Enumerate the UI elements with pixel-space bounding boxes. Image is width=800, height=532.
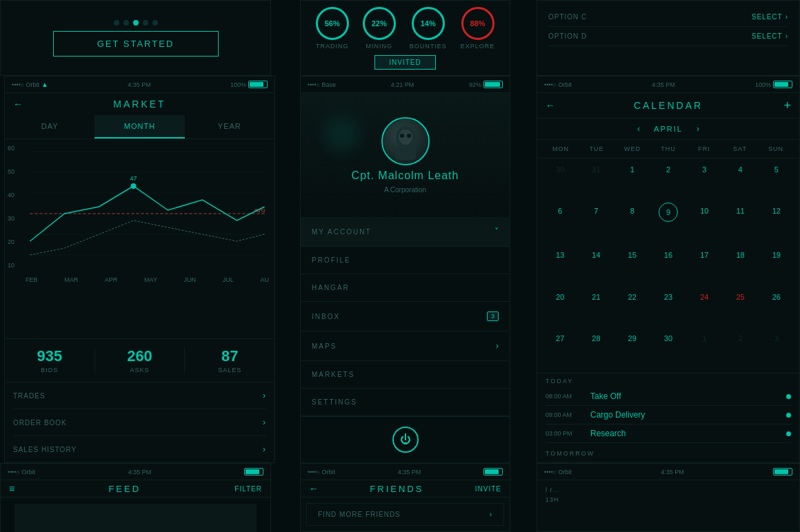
power-area: ⏻ — [301, 416, 510, 462]
calendar-day-29[interactable]: 29 — [615, 330, 650, 370]
bounties-circle: 14% BOUNTIES — [410, 7, 447, 50]
market-nav: › TRADES › ORDER BOOK › SALES HISTORY › — [5, 382, 274, 462]
order-book-nav-item[interactable]: ORDER BOOK › — [13, 409, 266, 436]
explore-percent: 88% — [470, 19, 485, 28]
friends-panel: ••••○ Orbit 4:35 PM ← FRIENDS INVITE FIN… — [300, 463, 510, 532]
calendar-day-28[interactable]: 28 — [579, 330, 613, 370]
hangar-menu-item[interactable]: HANGAR — [301, 274, 510, 302]
my-account-menu-item[interactable]: MY ACCOUNT ˅ — [301, 217, 510, 247]
tab-month[interactable]: MONTH — [94, 115, 184, 139]
get-started-button[interactable]: GET STARTED — [53, 31, 219, 57]
calendar-day-2[interactable]: 2 — [651, 161, 686, 201]
markets-menu-item[interactable]: MARKETS — [301, 361, 510, 389]
next-month-icon[interactable]: › — [697, 124, 699, 134]
calendar-add-icon[interactable]: + — [783, 99, 791, 113]
calendar-day-4[interactable]: 4 — [723, 161, 757, 201]
my-account-chevron-icon: ˅ — [494, 227, 499, 236]
calendar-day-18[interactable]: 18 — [723, 247, 757, 287]
prev-month-icon[interactable]: ‹ — [637, 124, 640, 134]
calendar-header: ← CALENDAR + — [537, 93, 799, 119]
mining-ring: 22% — [363, 7, 396, 40]
calendar-day-5[interactable]: 5 — [759, 161, 794, 201]
calendar-day-17[interactable]: 17 — [687, 247, 721, 287]
calendar-day-3[interactable]: 3 — [687, 161, 721, 201]
calendar-day-31[interactable]: 31 — [579, 161, 613, 201]
day-hdr-wed: WED — [614, 143, 650, 155]
calendar-day-11[interactable]: 11 — [723, 203, 757, 245]
calendar-day-3[interactable]: 3 — [759, 330, 794, 370]
calendar-day-19[interactable]: 19 — [759, 247, 794, 287]
asks-label: ASKS — [95, 367, 185, 374]
calendar-day-7[interactable]: 7 — [579, 203, 613, 245]
battery-icon — [248, 81, 268, 88]
y-axis-labels: 605040302010 — [8, 145, 14, 269]
calendar-day-1[interactable]: 1 — [615, 161, 650, 201]
calendar-day-14[interactable]: 14 — [579, 247, 613, 287]
friends-back-icon[interactable]: ← — [309, 483, 319, 494]
power-button[interactable]: ⏻ — [392, 427, 419, 453]
inbox-menu-item[interactable]: INBOX 3 — [301, 302, 510, 331]
filter-button[interactable]: FILTER — [234, 485, 262, 493]
carrier-text: ••••○ Orbit — [8, 469, 35, 475]
maps-menu-item[interactable]: MAPS › — [301, 331, 510, 361]
back-arrow-icon[interactable]: ← — [13, 99, 23, 110]
event-cargo: 09:00 AM Cargo Delivery — [546, 406, 791, 424]
order-book-label: ORDER BOOK — [13, 419, 67, 427]
time-text: 4:35 PM — [128, 81, 151, 88]
calendar-day-30[interactable]: 30 — [651, 330, 686, 370]
calendar-day-9[interactable]: 9 — [659, 203, 678, 222]
calendar-day-2[interactable]: 2 — [723, 330, 757, 370]
settings-menu-item[interactable]: SETTINGS — [301, 389, 510, 416]
invited-button[interactable]: INVITED — [374, 55, 435, 70]
tab-day[interactable]: DAY — [5, 115, 94, 139]
trades-nav-item[interactable]: TRADES › — [13, 382, 266, 409]
markets-label: MARKETS — [312, 371, 354, 378]
market-tabs: DAY MONTH YEAR — [5, 115, 274, 139]
calendar-day-15[interactable]: 15 — [615, 247, 650, 287]
feed-panel: ••••○ Orbit 4:35 PM ≡ FEED FILTER — [0, 463, 271, 532]
option-d-select[interactable]: SELECT › — [752, 32, 788, 40]
event-dot-icon — [786, 431, 791, 436]
feed-header: ≡ FEED FILTER — [1, 480, 270, 498]
option-c-select[interactable]: SELECT › — [752, 13, 788, 21]
calendar-day-12[interactable]: 12 — [759, 203, 794, 245]
calendar-day-20[interactable]: 20 — [543, 289, 577, 329]
calendar-day-16[interactable]: 16 — [651, 247, 686, 287]
calendar-back-icon[interactable]: ← — [546, 100, 555, 111]
dot-3[interactable] — [133, 20, 139, 25]
inbox-badge: 3 — [487, 311, 499, 321]
dot-1[interactable] — [114, 20, 119, 25]
dot-2[interactable] — [123, 20, 129, 25]
event-research: 03:00 PM Research — [546, 424, 791, 443]
calendar-day-22[interactable]: 22 — [615, 289, 650, 329]
asks-value: 260 — [95, 347, 185, 365]
dot-5[interactable] — [152, 20, 158, 25]
event-take-off: 08:00 AM Take Off — [546, 387, 791, 406]
day-hdr-tue: TUE — [579, 143, 614, 155]
calendar-day-24[interactable]: 24 — [687, 289, 721, 329]
calendar-day-13[interactable]: 13 — [543, 247, 577, 287]
option-c-label: OPTION C — [548, 13, 587, 21]
bids-value: 935 — [5, 347, 94, 365]
hamburger-icon[interactable]: ≡ — [9, 483, 14, 494]
tab-year[interactable]: YEAR — [185, 115, 274, 139]
carrier-text: ••••○ Base — [308, 81, 336, 88]
invite-button[interactable]: INVITE — [475, 485, 501, 493]
calendar-day-27[interactable]: 27 — [543, 330, 577, 370]
calendar-day-25[interactable]: 25 — [723, 289, 757, 329]
calendar-day-23[interactable]: 23 — [651, 289, 686, 329]
calendar-day-6[interactable]: 6 — [543, 203, 577, 245]
calendar-day-26[interactable]: 26 — [759, 289, 794, 329]
calendar-day-10[interactable]: 10 — [687, 203, 721, 245]
dot-4[interactable] — [143, 20, 148, 25]
calendar-day-21[interactable]: 21 — [579, 289, 613, 329]
find-friends-row[interactable]: FIND MORE FRIENDS › — [306, 503, 504, 526]
calendar-day-1[interactable]: 1 — [687, 330, 721, 370]
calendar-day-8[interactable]: 8 — [615, 203, 650, 245]
event-dot-icon — [786, 413, 791, 418]
calendar-day-30[interactable]: 30 — [543, 161, 577, 201]
friends-header: ← FRIENDS INVITE — [301, 480, 510, 498]
profile-menu-item[interactable]: PROFILE — [301, 247, 510, 274]
sales-history-nav-item[interactable]: SALES HISTORY › — [13, 436, 266, 462]
trading-percent: 56% — [325, 19, 340, 28]
